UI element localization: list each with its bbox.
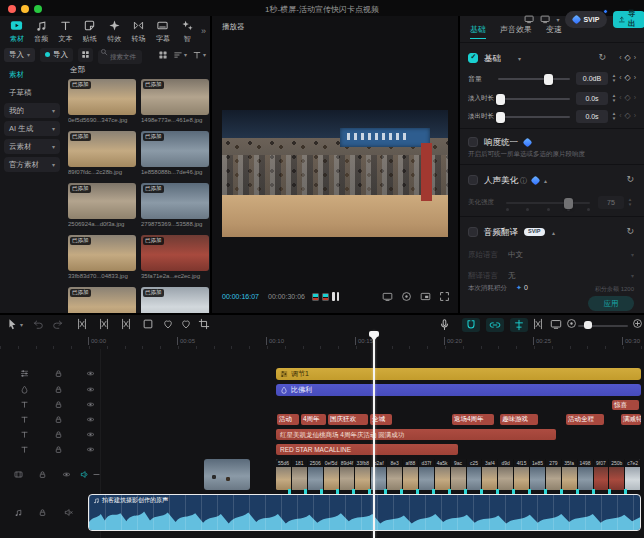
tab-basic[interactable]: 基础 <box>470 24 486 39</box>
media-item[interactable]: 已添加 <box>141 287 209 313</box>
split-left-button[interactable] <box>98 318 110 330</box>
speaker-mute-icon[interactable] <box>64 508 73 517</box>
fade-in-value[interactable]: 0.0s <box>576 92 608 105</box>
tab-transitions[interactable]: 转场 <box>130 19 147 44</box>
timeline-zoom-handle[interactable] <box>584 321 592 329</box>
text-clip[interactable]: 惊喜 <box>612 400 639 410</box>
text-clip[interactable]: 活动 <box>277 414 299 425</box>
tab-text[interactable]: 文本 <box>57 19 74 44</box>
text-clip[interactable]: 国庆狂欢 <box>328 414 368 425</box>
focus-icon[interactable] <box>401 291 412 302</box>
target-language-row[interactable]: 翻译语言 无 ▾ <box>460 269 644 283</box>
fade-in-keyframe[interactable]: ‹◇› <box>619 93 636 102</box>
volume-value[interactable]: 0.0dB <box>576 72 608 85</box>
close-window-button[interactable] <box>8 5 16 13</box>
text-clip[interactable]: 返场4周年 <box>452 414 494 425</box>
adjustment-clip[interactable]: 调节1 <box>276 368 641 380</box>
display-icon[interactable] <box>524 13 534 25</box>
reset-icon[interactable]: ↻ <box>598 52 606 62</box>
video-clip[interactable]: 55d6 <box>276 459 292 490</box>
auto-snap-toggle[interactable] <box>462 318 480 332</box>
eye-icon[interactable] <box>86 369 95 378</box>
fade-in-slider-handle[interactable] <box>496 94 505 105</box>
strength-value[interactable]: 75 <box>598 196 624 209</box>
media-item[interactable]: 已添加35fa71e2a...ec2ec.jpg <box>141 235 209 279</box>
minimize-window-button[interactable] <box>21 5 29 13</box>
proxy-badge-icon[interactable] <box>312 293 319 301</box>
select-tool-button[interactable]: ▾ <box>6 318 23 330</box>
mask-button[interactable] <box>162 318 174 330</box>
video-clip[interactable]: d9d <box>498 459 514 490</box>
fade-out-stepper[interactable]: ▲▼ <box>610 110 618 123</box>
reset-icon[interactable]: ↻ <box>626 174 634 184</box>
eye-icon[interactable] <box>86 385 95 394</box>
pause-button[interactable] <box>332 292 340 301</box>
delete-button[interactable] <box>142 318 154 330</box>
media-item[interactable]: 已添加89f07fdc...2c28b.jpg <box>68 131 136 175</box>
tab-audio[interactable]: 音频 <box>32 19 49 44</box>
text-clip[interactable]: 4周年 <box>301 414 326 425</box>
import-source-toggle[interactable]: 导入 <box>40 48 73 62</box>
lock-icon[interactable] <box>38 470 47 479</box>
tab-sticker[interactable]: 贴纸 <box>81 19 98 44</box>
strength-slider-handle[interactable] <box>564 198 573 209</box>
video-preview[interactable] <box>222 110 448 237</box>
video-clip[interactable]: 33fb8 <box>355 459 371 490</box>
redo-button[interactable] <box>52 318 64 330</box>
video-clip[interactable]: d37f <box>419 459 435 490</box>
filter-clip[interactable]: 比佛利 <box>276 384 641 396</box>
video-clip[interactable]: 3af4 <box>482 459 498 490</box>
title-banner-clip[interactable]: 红星美凯龙仙桃商场 4周年庆活动 圆满成功 <box>276 429 556 440</box>
ratio-icon[interactable] <box>420 291 431 302</box>
volume-keyframe[interactable]: ‹◇› <box>619 73 636 82</box>
video-clip[interactable]: 1498 <box>578 459 594 490</box>
timeline-ruler[interactable]: 00:0000:0500:1000:1500:2000:2500:30 <box>0 335 644 349</box>
undo-button[interactable] <box>32 318 44 330</box>
fade-in-stepper[interactable]: ▲▼ <box>610 92 618 105</box>
media-item[interactable]: 已添加 <box>68 287 136 313</box>
media-item[interactable]: 已添加1498e773e...461e8.jpg <box>141 79 209 123</box>
eye-icon[interactable] <box>62 470 71 479</box>
video-clip[interactable]: 8e3 <box>387 459 403 490</box>
keyframe-nav[interactable]: ‹◇› <box>619 53 636 62</box>
tab-smart[interactable]: 智 <box>179 19 196 44</box>
volume-stepper[interactable]: ▲▼ <box>610 72 618 85</box>
video-clip[interactable]: 2506 <box>308 459 324 490</box>
nav-item-ai[interactable]: AI 生成▾ <box>4 121 60 136</box>
collapse-icon[interactable]: ▾ <box>518 55 521 62</box>
media-item[interactable]: 已添加1e858088b...7de46.jpg <box>141 131 209 175</box>
fade-out-slider[interactable] <box>498 116 570 118</box>
playhead[interactable] <box>373 331 375 538</box>
subtitle-banner-clip[interactable]: RED STAR MACALLINE <box>276 444 458 455</box>
source-language-row[interactable]: 原始语言 中文 ▾ <box>460 248 644 262</box>
tab-effects[interactable]: 特效 <box>106 19 123 44</box>
eye-icon[interactable] <box>86 445 95 454</box>
crop-button[interactable] <box>198 318 210 330</box>
quality-badge-icon[interactable] <box>322 293 329 301</box>
video-clip-first[interactable] <box>204 459 250 490</box>
video-clip[interactable]: 89d4f <box>340 459 356 490</box>
video-clip[interactable]: 250b <box>609 459 625 490</box>
split-view-button[interactable] <box>532 318 544 330</box>
zoom-in-button[interactable] <box>632 318 643 329</box>
grid-view-icon[interactable] <box>158 50 168 60</box>
collapse-icon[interactable]: ▴ <box>552 229 555 236</box>
export-button[interactable]: 导出 <box>613 11 644 28</box>
zoom-window-button[interactable] <box>34 5 42 13</box>
apply-button[interactable]: 应用 <box>588 296 634 311</box>
record-voice-button[interactable] <box>438 318 451 331</box>
display-caret-icon[interactable]: ▾ <box>556 16 559 23</box>
video-clip[interactable]: 1e85 <box>530 459 546 490</box>
video-clip[interactable]: 35fa <box>562 459 578 490</box>
strength-slider[interactable] <box>506 202 590 204</box>
media-item[interactable]: 已添加33fb83d70...04833.jpg <box>68 235 136 279</box>
nav-item-official[interactable]: 官方素材▾ <box>4 157 60 172</box>
loudness-checkbox[interactable] <box>468 137 478 147</box>
text-clip[interactable]: 满减特惠 <box>621 414 641 425</box>
video-clip[interactable]: 181 <box>292 459 308 490</box>
track-height-button[interactable] <box>550 318 562 330</box>
mirror-preview-icon[interactable] <box>382 291 393 302</box>
favorite-button[interactable] <box>180 318 192 330</box>
video-clip[interactable]: 9f07 <box>594 459 610 490</box>
more-tabs-icon[interactable]: » <box>201 26 206 36</box>
